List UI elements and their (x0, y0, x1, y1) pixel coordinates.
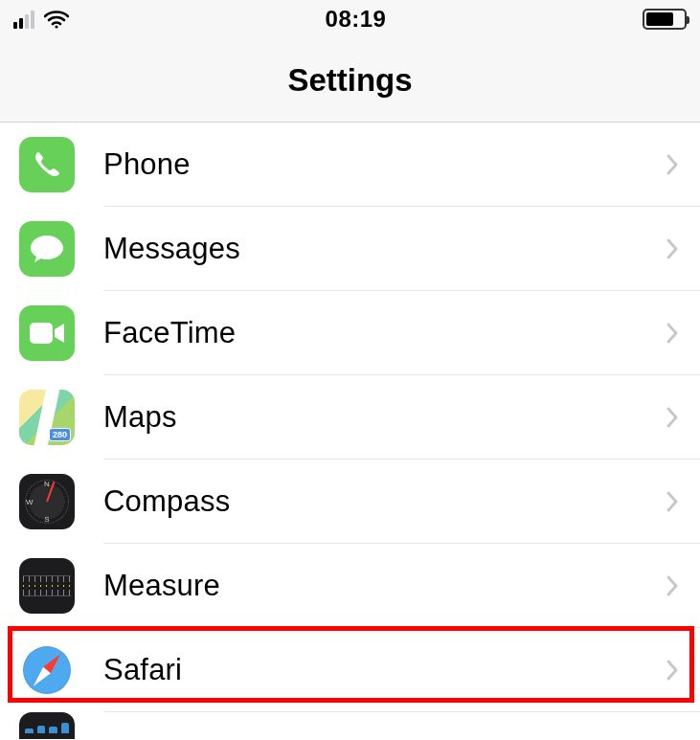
row-label: Safari (103, 653, 182, 687)
status-time: 08:19 (326, 6, 387, 33)
row-label: Measure (103, 569, 220, 603)
svg-rect-1 (30, 323, 53, 344)
row-compass[interactable]: NWS Compass (0, 460, 700, 544)
chevron-right-icon (666, 659, 679, 682)
row-facetime[interactable]: FaceTime (0, 291, 700, 375)
row-label: Compass (103, 484, 230, 519)
page-title: Settings (287, 62, 412, 99)
safari-icon (19, 642, 75, 698)
cellular-signal-icon (13, 10, 34, 29)
battery-icon (643, 9, 687, 30)
status-right (643, 9, 687, 30)
row-measure[interactable]: Measure (0, 544, 700, 628)
maps-icon (19, 390, 75, 445)
row-label: Phone (103, 147, 191, 182)
svg-point-0 (55, 25, 57, 28)
row-label: Maps (103, 400, 177, 435)
header: Settings (0, 38, 700, 123)
row-partial[interactable] (0, 712, 700, 739)
chevron-right-icon (666, 574, 679, 597)
status-bar: 08:19 (0, 0, 700, 38)
row-label: FaceTime (103, 316, 236, 350)
measure-icon (19, 558, 75, 614)
settings-list[interactable]: Phone Messages FaceTime Maps NWS (0, 123, 700, 739)
messages-icon (19, 221, 75, 277)
wifi-icon (44, 10, 69, 29)
phone-icon (19, 137, 75, 192)
stocks-icon (19, 712, 75, 739)
compass-icon: NWS (19, 474, 75, 529)
chevron-right-icon (666, 322, 679, 345)
chevron-right-icon (666, 153, 679, 176)
row-maps[interactable]: Maps (0, 375, 700, 460)
row-label: Messages (103, 232, 240, 266)
chevron-right-icon (666, 490, 679, 513)
facetime-icon (19, 305, 75, 361)
chevron-right-icon (666, 237, 679, 260)
row-safari[interactable]: Safari (0, 628, 700, 712)
chevron-right-icon (666, 406, 679, 429)
status-left (13, 10, 69, 29)
row-phone[interactable]: Phone (0, 123, 700, 207)
row-messages[interactable]: Messages (0, 207, 700, 291)
